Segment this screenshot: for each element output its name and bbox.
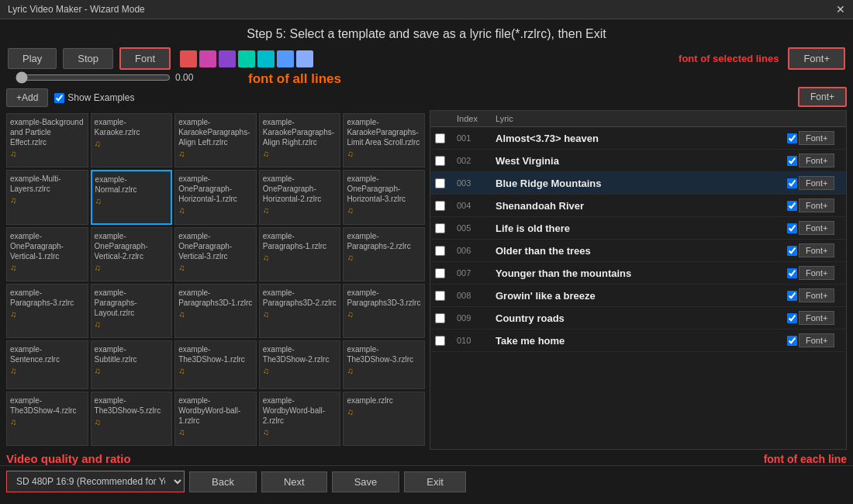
lyric-checkbox[interactable]	[435, 291, 445, 301]
template-item[interactable]: example-The3DShow-2.rzlrc♫	[259, 340, 341, 388]
lyric-font-checkbox[interactable]	[787, 201, 797, 211]
video-quality-label: Video quality and ratio	[6, 452, 425, 465]
template-item[interactable]: example-OneParagraph-Vertical-3.rzlrc♫	[174, 227, 257, 281]
color-swatch-1[interactable]	[180, 50, 197, 67]
template-item[interactable]: example-Karaoke.rzlrc♫	[91, 113, 173, 167]
lyric-font-checkbox[interactable]	[787, 133, 797, 143]
lyric-font-checkbox[interactable]	[787, 291, 797, 301]
color-swatch-3[interactable]	[219, 50, 236, 67]
template-item[interactable]: example-Multi-Layers.rzlrc♫	[6, 170, 88, 224]
template-item[interactable]: example-Subtitle.rzlrc♫	[91, 340, 173, 388]
lyric-checkbox[interactable]	[435, 313, 445, 323]
template-item[interactable]: example-WordbyWord-ball-2.rzlrc♫	[259, 392, 341, 446]
template-item[interactable]: example-Paragraphs-1.rzlrc♫	[259, 227, 341, 281]
template-item[interactable]: example-WordbyWord-ball-1.rzlrc♫	[174, 392, 257, 446]
color-swatch-6[interactable]	[277, 50, 294, 67]
lyric-checkbox[interactable]	[435, 201, 445, 211]
slider[interactable]	[16, 71, 171, 84]
lyric-row: 001 Almost<3.73> heaven Font+	[430, 127, 846, 150]
lyric-checkbox[interactable]	[435, 268, 445, 278]
lyric-font-plus-button[interactable]: Font+	[799, 243, 834, 257]
template-item[interactable]: example-The3DShow-4.rzlrc♫	[6, 392, 88, 446]
step-title: Step 5: Select a template and save as a …	[0, 19, 853, 46]
lyric-text: Almost<3.73> heaven	[496, 133, 787, 144]
lyric-font-plus-button[interactable]: Font+	[799, 221, 834, 235]
font-plus-header-button[interactable]: Font+	[788, 47, 845, 70]
color-swatch-7[interactable]	[296, 50, 313, 67]
lyric-font-checkbox[interactable]	[787, 246, 797, 256]
template-item[interactable]: example-Background and Particle Effect.r…	[6, 113, 88, 167]
font-plus-right-button[interactable]: Font+	[798, 87, 847, 107]
quality-select[interactable]: SD 480P 16:9 (Recommended for You...	[6, 471, 185, 492]
template-item[interactable]: example-The3DShow-3.rzlrc♫	[343, 340, 425, 388]
template-item[interactable]: example-OneParagraph-Vertical-1.rzlrc♫	[6, 227, 88, 281]
font-of-selected-lines-label: font of selected lines	[679, 53, 779, 64]
back-button[interactable]: Back	[189, 471, 257, 492]
lyric-font-checkbox[interactable]	[787, 313, 797, 323]
left-panel: +Add Show Examples example-Background an…	[6, 85, 425, 465]
show-examples-label[interactable]: Show Examples	[54, 92, 134, 103]
template-item[interactable]: example-Paragraphs3D-3.rzlrc♫	[343, 284, 425, 338]
template-item[interactable]: example-OneParagraph-Horizontal-3.rzlrc♫	[343, 170, 425, 224]
color-swatch-5[interactable]	[257, 50, 275, 67]
template-item[interactable]: example-KaraokeParagraphs-Align Left.rzl…	[174, 113, 257, 167]
lyric-font-checkbox[interactable]	[787, 156, 797, 166]
lyric-index: 004	[457, 201, 496, 210]
lyric-checkbox[interactable]	[435, 133, 445, 143]
save-button[interactable]: Save	[332, 471, 400, 492]
lyric-checkbox[interactable]	[435, 246, 445, 256]
lyric-font-checkbox[interactable]	[787, 268, 797, 278]
font-button[interactable]: Font	[119, 47, 171, 70]
template-item[interactable]: example-KaraokeParagraphs-Align Right.rz…	[259, 113, 341, 167]
template-item[interactable]: example-Paragraphs-3.rzlrc♫	[6, 284, 88, 338]
lyric-font-plus-button[interactable]: Font+	[799, 288, 834, 302]
add-button[interactable]: +Add	[6, 88, 48, 107]
lyric-font-checkbox[interactable]	[787, 223, 797, 233]
lyric-row: 010 Take me home Font+	[430, 330, 846, 352]
template-item[interactable]: example-Paragraphs-2.rzlrc♫	[343, 227, 425, 281]
lyric-font-plus-button[interactable]: Font+	[799, 311, 834, 325]
lyric-font-btn: Font+	[787, 311, 841, 325]
lyric-checkbox[interactable]	[435, 178, 445, 188]
template-item[interactable]: example-Paragraphs3D-1.rzlrc♫	[174, 284, 257, 338]
lyric-text: Life is old there	[496, 223, 787, 234]
template-item[interactable]: example-OneParagraph-Vertical-2.rzlrc♫	[91, 227, 173, 281]
lyric-font-checkbox[interactable]	[787, 336, 797, 346]
template-item[interactable]: example-Normal.rzlrc♫	[91, 170, 173, 224]
lyric-font-btn: Font+	[787, 131, 841, 145]
template-item[interactable]: example.rzlrc♫	[343, 392, 425, 446]
lyric-font-plus-button[interactable]: Font+	[799, 198, 834, 212]
template-item[interactable]: example-The3DShow-1.rzlrc♫	[174, 340, 257, 388]
play-button[interactable]: Play	[8, 48, 57, 69]
color-swatch-2[interactable]	[199, 50, 216, 67]
lyric-text: Take me home	[496, 335, 787, 347]
template-item[interactable]: example-Paragraphs3D-2.rzlrc♫	[259, 284, 341, 338]
lyric-row: 002 West Virginia Font+	[430, 150, 846, 172]
show-examples-checkbox[interactable]	[54, 93, 64, 103]
lyric-font-btn: Font+	[787, 333, 841, 347]
template-item[interactable]: example-Sentence.rzlrc♫	[6, 340, 88, 388]
color-swatch-4[interactable]	[238, 50, 255, 67]
lyric-row: 003 Blue Ridge Mountains Font+	[430, 172, 846, 195]
lyric-checkbox[interactable]	[435, 156, 445, 166]
template-item[interactable]: example-The3DShow-5.rzlrc♫	[91, 392, 173, 446]
lyric-font-plus-button[interactable]: Font+	[799, 333, 834, 347]
next-button[interactable]: Next	[261, 471, 327, 492]
lyric-font-plus-button[interactable]: Font+	[799, 131, 834, 145]
close-icon[interactable]: ✕	[836, 3, 845, 16]
lyric-text: Shenandoah River	[496, 200, 787, 212]
lyric-font-plus-button[interactable]: Font+	[799, 154, 834, 167]
template-item[interactable]: example-KaraokeParagraphs-Limit Area Scr…	[343, 113, 425, 167]
lyric-checkbox[interactable]	[435, 223, 445, 233]
lyric-header: Index Lyric	[430, 111, 846, 127]
title-bar-title: Lyric Video Maker - Wizard Mode	[8, 4, 145, 15]
template-item[interactable]: example-OneParagraph-Horizontal-2.rzlrc♫	[259, 170, 341, 224]
lyric-font-plus-button[interactable]: Font+	[799, 266, 834, 280]
template-item[interactable]: example-OneParagraph-Horizontal-1.rzlrc♫	[174, 170, 257, 224]
exit-button[interactable]: Exit	[404, 471, 466, 492]
template-item[interactable]: example-Paragraphs-Layout.rzlrc♫	[91, 284, 173, 338]
lyric-font-checkbox[interactable]	[787, 178, 797, 188]
stop-button[interactable]: Stop	[63, 48, 113, 69]
lyric-font-plus-button[interactable]: Font+	[799, 176, 834, 190]
lyric-checkbox[interactable]	[435, 336, 445, 346]
